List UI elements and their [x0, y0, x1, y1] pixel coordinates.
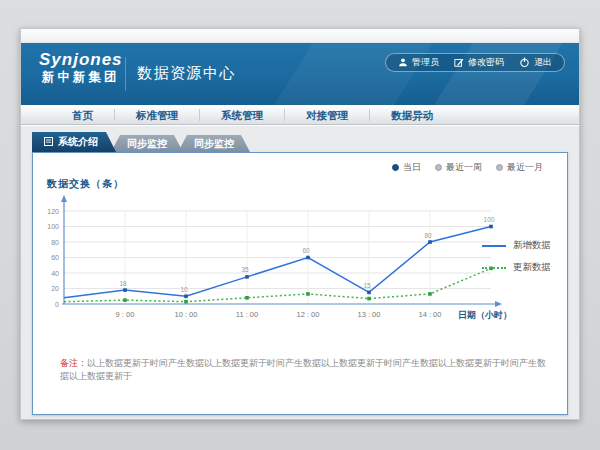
data-point-marker [123, 288, 127, 292]
data-point-marker [184, 300, 188, 304]
nav-item-standard-mgmt[interactable]: 标准管理 [115, 109, 200, 121]
content-area: 系统介绍 同步监控 同步监控 当日 最近一周 [21, 126, 579, 419]
data-point-marker [428, 240, 432, 244]
company-logo: Synjones 新中新集团 [39, 50, 123, 86]
data-point-marker [489, 225, 493, 229]
chart-panel: 当日 最近一周 最近一月 数据交换（条） 0204060801001209 : … [32, 152, 568, 415]
radio-unselected-icon [496, 164, 503, 171]
legend-label: 新增数据 [513, 239, 551, 252]
chart-series-1 [64, 267, 493, 304]
data-point-label: 10 [180, 286, 188, 293]
admin-user-label: 管理员 [412, 56, 439, 69]
data-point-label: 15 [363, 282, 371, 289]
radio-selected-icon [392, 164, 399, 171]
logout-label: 退出 [534, 56, 552, 69]
document-icon [44, 137, 53, 148]
svg-text:80: 80 [51, 239, 59, 246]
app-window: Synjones 新中新集团 数据资源中心 管理员 修改密码 [20, 28, 580, 420]
power-icon [519, 57, 530, 68]
footnote: 备注：以上数据更新于时间产生数据以上数据更新于时间产生数据以上数据更新于时间产生… [60, 357, 547, 383]
user-icon [398, 57, 408, 68]
data-point-marker [367, 291, 371, 295]
user-menu: 管理员 修改密码 退出 [385, 53, 565, 72]
dotted-line-icon [482, 267, 506, 269]
tab-label: 同步监控 [127, 137, 167, 151]
change-password-label: 修改密码 [468, 56, 504, 69]
svg-text:11 : 00: 11 : 00 [236, 310, 258, 319]
admin-user-button[interactable]: 管理员 [398, 56, 439, 69]
svg-text:0: 0 [55, 301, 59, 308]
logo-text-cn: 新中新集团 [39, 69, 123, 86]
footnote-prefix: 备注： [60, 358, 87, 368]
data-point-marker [184, 294, 188, 298]
svg-text:120: 120 [47, 208, 59, 215]
solid-line-icon [482, 245, 506, 247]
filter-label: 最近一月 [507, 161, 543, 174]
data-point-marker [367, 297, 371, 301]
data-point-label: 35 [241, 266, 249, 273]
svg-text:12 : 00: 12 : 00 [297, 310, 320, 319]
chart-legend: 新增数据 更新数据 [482, 239, 551, 274]
logo-text-en: Synjones [39, 50, 123, 69]
legend-label: 更新数据 [513, 261, 551, 274]
legend-item-updated-data[interactable]: 更新数据 [482, 261, 551, 274]
change-password-button[interactable]: 修改密码 [454, 56, 504, 69]
chart-y-axis-title: 数据交换（条） [47, 177, 124, 191]
nav-item-system-mgmt[interactable]: 系统管理 [200, 109, 285, 121]
svg-text:100: 100 [47, 223, 59, 230]
page-title: 数据资源中心 [137, 64, 236, 83]
data-point-label: 18 [119, 280, 127, 287]
edit-icon [454, 57, 464, 68]
filter-label: 最近一周 [446, 161, 482, 174]
tab-label: 同步监控 [194, 137, 234, 151]
window-top-strip [21, 29, 579, 43]
data-point-marker [428, 292, 432, 296]
svg-text:40: 40 [51, 270, 59, 277]
data-point-marker [306, 292, 310, 296]
tab-sync-monitor-1[interactable]: 同步监控 [111, 135, 183, 152]
data-point-label: 100 [484, 216, 495, 223]
data-point-label: 60 [302, 247, 310, 254]
main-nav: 首页 标准管理 系统管理 对接管理 数据异动 [21, 105, 579, 125]
svg-text:10 : 00: 10 : 00 [175, 310, 198, 319]
tab-label: 系统介绍 [58, 135, 98, 149]
filter-last-month[interactable]: 最近一月 [496, 161, 543, 174]
tab-system-intro[interactable]: 系统介绍 [32, 132, 116, 152]
nav-item-interface-mgmt[interactable]: 对接管理 [285, 109, 370, 121]
chart-tick-labels: 0204060801001209 : 0010 : 0011 : 0012 : … [47, 208, 441, 320]
footnote-text: 以上数据更新于时间产生数据以上数据更新于时间产生数据以上数据更新于时间产生数据以… [60, 358, 546, 381]
logout-button[interactable]: 退出 [519, 56, 552, 69]
radio-unselected-icon [435, 164, 442, 171]
filter-today[interactable]: 当日 [392, 161, 421, 174]
data-point-marker [245, 296, 249, 300]
line-chart: 0204060801001209 : 0010 : 0011 : 0012 : … [42, 191, 547, 343]
data-point-marker [123, 298, 127, 302]
svg-text:20: 20 [51, 285, 59, 292]
time-range-filters: 当日 最近一周 最近一月 [392, 161, 543, 174]
data-point-label: 80 [424, 232, 432, 239]
svg-text:13 : 00: 13 : 00 [358, 310, 381, 319]
chart-canvas: 0204060801001209 : 0010 : 0011 : 0012 : … [42, 191, 547, 343]
data-point-marker [245, 275, 249, 279]
svg-text:60: 60 [51, 254, 59, 261]
app-header: Synjones 新中新集团 数据资源中心 管理员 修改密码 [21, 43, 579, 105]
tab-sync-monitor-2[interactable]: 同步监控 [178, 135, 250, 152]
nav-item-home[interactable]: 首页 [51, 109, 115, 121]
header-divider [125, 57, 126, 91]
nav-item-data-change[interactable]: 数据异动 [370, 109, 454, 121]
filter-label: 当日 [403, 161, 421, 174]
tab-bar: 系统介绍 同步监控 同步监控 [32, 132, 250, 152]
filter-last-week[interactable]: 最近一周 [435, 161, 482, 174]
data-point-marker [306, 256, 310, 260]
svg-text:14 : 00: 14 : 00 [419, 310, 442, 319]
legend-item-new-data[interactable]: 新增数据 [482, 239, 551, 252]
svg-text:9 : 00: 9 : 00 [116, 310, 135, 319]
chart-x-axis-title: 日期（小时） [458, 310, 512, 320]
